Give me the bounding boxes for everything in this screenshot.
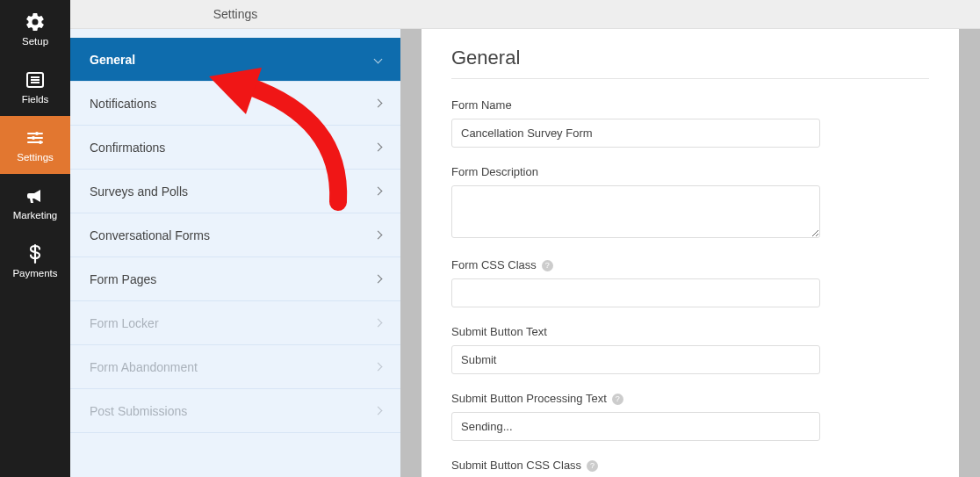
gear-icon <box>25 11 46 33</box>
subnav-label: Confirmations <box>90 141 165 155</box>
chevron-right-icon <box>374 143 383 152</box>
rail-item-payments[interactable]: Payments <box>0 232 70 290</box>
rail-label-marketing: Marketing <box>13 210 58 220</box>
subnav-item-form-pages[interactable]: Form Pages <box>70 257 400 301</box>
subnav-label: Surveys and Polls <box>90 184 188 199</box>
chevron-right-icon <box>374 187 383 196</box>
rail-item-settings[interactable]: Settings <box>0 116 70 174</box>
subnav-item-conversational-forms[interactable]: Conversational Forms <box>70 213 400 257</box>
subnav-label: Form Locker <box>90 316 159 330</box>
rail-item-setup[interactable]: Setup <box>0 0 70 58</box>
input-submit-button-processing[interactable] <box>451 412 820 441</box>
input-form-description[interactable] <box>451 185 820 238</box>
settings-panel: General Form Name Form Description Form … <box>422 29 959 477</box>
sliders-icon <box>25 127 46 148</box>
label-form-css-class: Form CSS Class? <box>451 258 929 271</box>
page-title: Settings <box>213 7 258 21</box>
chevron-down-icon <box>374 55 383 64</box>
subnav-label: Notifications <box>90 97 156 111</box>
rail-item-marketing[interactable]: Marketing <box>0 174 70 232</box>
chevron-right-icon <box>374 363 383 372</box>
field-form-name: Form Name <box>451 98 929 148</box>
subnav-item-confirmations[interactable]: Confirmations <box>70 126 400 170</box>
input-submit-button-text[interactable] <box>451 345 820 374</box>
field-submit-button-processing: Submit Button Processing Text? <box>451 392 929 441</box>
rail-label-payments: Payments <box>12 268 57 278</box>
chevron-right-icon <box>374 407 383 416</box>
rail-label-setup: Setup <box>22 36 48 47</box>
page-title-bar: Settings <box>70 0 400 29</box>
bullhorn-icon <box>25 185 46 206</box>
panel-divider <box>451 78 929 79</box>
subnav-item-notifications[interactable]: Notifications <box>70 82 400 126</box>
subnav-label: Conversational Forms <box>90 228 210 242</box>
help-icon[interactable]: ? <box>542 260 553 271</box>
label-form-name: Form Name <box>451 98 929 112</box>
rail-label-settings: Settings <box>17 152 54 163</box>
subnav-item-form-locker[interactable]: Form Locker <box>70 301 400 345</box>
subnav-label: Post Submissions <box>90 404 187 418</box>
subnav-item-general[interactable]: General <box>70 38 400 82</box>
rail-label-fields: Fields <box>22 94 49 105</box>
label-form-description: Form Description <box>451 165 929 178</box>
subnav-item-post-submissions[interactable]: Post Submissions <box>70 389 400 433</box>
content-topbar <box>400 0 980 29</box>
svg-point-6 <box>39 141 42 144</box>
field-submit-button-text: Submit Button Text <box>451 325 929 374</box>
subnav-label: Form Pages <box>90 272 156 286</box>
field-form-css-class: Form CSS Class? <box>451 258 929 307</box>
subnav-label: Form Abandonment <box>90 360 198 374</box>
list-icon <box>25 69 46 90</box>
label-submit-button-text: Submit Button Text <box>451 325 929 338</box>
chevron-right-icon <box>374 319 383 328</box>
svg-point-5 <box>32 136 35 140</box>
panel-heading: General <box>451 47 929 69</box>
input-form-name[interactable] <box>451 119 820 148</box>
subnav-item-surveys-polls[interactable]: Surveys and Polls <box>70 170 400 213</box>
label-submit-button-processing: Submit Button Processing Text? <box>451 392 929 405</box>
subnav-item-form-abandonment[interactable]: Form Abandonment <box>70 345 400 389</box>
help-icon[interactable]: ? <box>612 394 623 405</box>
help-icon[interactable]: ? <box>587 460 598 472</box>
dollar-icon <box>25 243 46 264</box>
field-submit-button-css-class: Submit Button CSS Class? <box>451 459 929 477</box>
subnav-label: General <box>90 53 135 67</box>
svg-point-4 <box>35 132 39 135</box>
label-submit-button-css-class: Submit Button CSS Class? <box>451 459 929 472</box>
chevron-right-icon <box>374 99 383 108</box>
rail-item-fields[interactable]: Fields <box>0 58 70 116</box>
settings-subnav: General Notifications Confirmations Surv… <box>70 29 400 477</box>
chevron-right-icon <box>374 275 383 284</box>
chevron-right-icon <box>374 231 383 240</box>
icon-rail: Setup Fields Settings Marketing Payments <box>0 0 70 477</box>
input-form-css-class[interactable] <box>451 278 820 307</box>
field-form-description: Form Description <box>451 165 929 241</box>
